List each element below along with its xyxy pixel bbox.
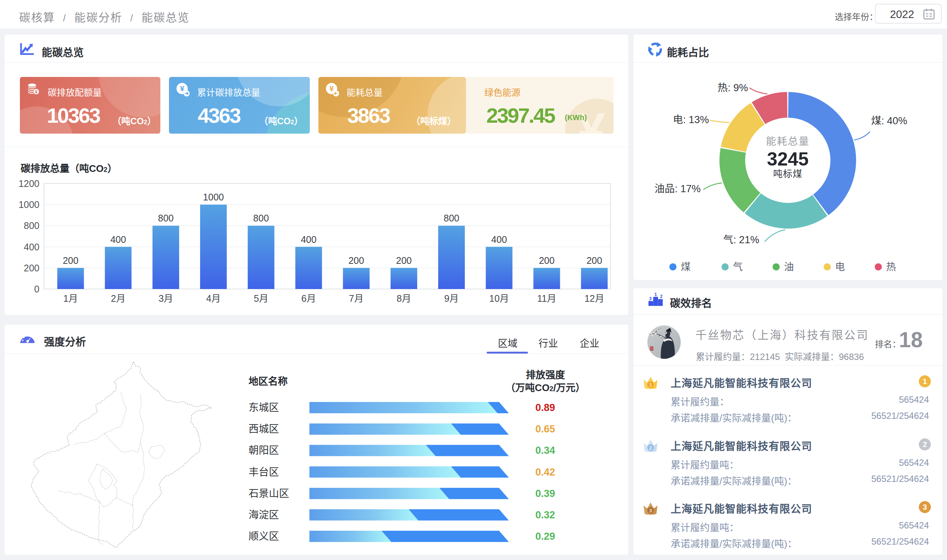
svg-text:1: 1 bbox=[649, 382, 652, 388]
svg-text:1000: 1000 bbox=[203, 192, 224, 202]
svg-text:3: 3 bbox=[649, 508, 652, 514]
svg-text:0.65: 0.65 bbox=[536, 423, 555, 435]
svg-text:电: 电 bbox=[835, 261, 845, 272]
svg-text:热: 热 bbox=[886, 261, 896, 272]
svg-text:9月: 9月 bbox=[444, 293, 459, 304]
svg-text:0.42: 0.42 bbox=[536, 466, 555, 478]
svg-text:气: 21%: 气: 21% bbox=[723, 234, 759, 245]
svg-text:200: 200 bbox=[539, 255, 554, 266]
svg-text:朝阳区: 朝阳区 bbox=[249, 445, 279, 456]
svg-text:气: 气 bbox=[733, 261, 743, 272]
svg-text:油: 油 bbox=[784, 261, 794, 272]
svg-text:1: 1 bbox=[654, 292, 657, 297]
svg-text:吨标煤: 吨标煤 bbox=[773, 169, 802, 179]
svg-text:1000: 1000 bbox=[18, 199, 39, 210]
svg-text:煤: 40%: 煤: 40% bbox=[871, 115, 907, 126]
svg-text:0.89: 0.89 bbox=[536, 402, 555, 413]
svg-text:印: 印 bbox=[650, 347, 653, 350]
svg-text:电: 13%: 电: 13% bbox=[673, 114, 709, 125]
svg-text:200: 200 bbox=[396, 255, 412, 266]
svg-text:0.39: 0.39 bbox=[536, 488, 555, 499]
svg-text:热: 9%: 热: 9% bbox=[718, 82, 748, 94]
svg-text:11月: 11月 bbox=[537, 293, 556, 304]
svg-text:2: 2 bbox=[649, 445, 652, 451]
svg-text:3: 3 bbox=[649, 296, 652, 302]
svg-text:400: 400 bbox=[110, 234, 126, 245]
svg-text:煤: 煤 bbox=[681, 261, 691, 272]
svg-text:0: 0 bbox=[34, 284, 39, 294]
svg-text:0.32: 0.32 bbox=[536, 509, 555, 521]
svg-text:7月: 7月 bbox=[349, 293, 363, 304]
svg-text:0.29: 0.29 bbox=[536, 531, 555, 542]
svg-text:800: 800 bbox=[444, 213, 460, 223]
svg-text:8月: 8月 bbox=[397, 293, 411, 304]
svg-text:¥: ¥ bbox=[329, 84, 334, 93]
svg-text:顺义区: 顺义区 bbox=[249, 531, 279, 542]
svg-text:能耗总量: 能耗总量 bbox=[766, 136, 810, 147]
svg-text:12月: 12月 bbox=[584, 293, 604, 304]
svg-text:400: 400 bbox=[491, 234, 507, 245]
svg-text:200: 200 bbox=[587, 255, 602, 266]
svg-text:1200: 1200 bbox=[18, 178, 39, 189]
svg-text:800: 800 bbox=[24, 220, 39, 231]
svg-text:800: 800 bbox=[253, 213, 269, 223]
svg-text:海淀区: 海淀区 bbox=[249, 509, 279, 521]
svg-text:800: 800 bbox=[158, 213, 174, 223]
svg-text:东城区: 东城区 bbox=[249, 402, 279, 413]
svg-text:3245: 3245 bbox=[767, 149, 808, 170]
svg-text:6月: 6月 bbox=[302, 293, 316, 304]
svg-text:200: 200 bbox=[24, 263, 39, 273]
svg-text:石景山区: 石景山区 bbox=[249, 488, 289, 499]
svg-text:¥: ¥ bbox=[180, 84, 184, 93]
svg-text:¥: ¥ bbox=[35, 89, 37, 95]
svg-text:5月: 5月 bbox=[254, 293, 268, 304]
svg-text:2: 2 bbox=[660, 294, 663, 299]
svg-text:200: 200 bbox=[348, 255, 364, 266]
svg-text:油品: 17%: 油品: 17% bbox=[654, 183, 701, 194]
svg-text:10月: 10月 bbox=[489, 293, 509, 304]
svg-text:2月: 2月 bbox=[111, 293, 125, 304]
svg-text:西城区: 西城区 bbox=[249, 423, 279, 435]
svg-text:400: 400 bbox=[301, 234, 317, 245]
svg-text:200: 200 bbox=[63, 255, 79, 266]
svg-text:4月: 4月 bbox=[206, 293, 221, 304]
svg-text:400: 400 bbox=[24, 242, 39, 252]
svg-text:1月: 1月 bbox=[63, 293, 78, 304]
svg-text:丰台区: 丰台区 bbox=[249, 466, 279, 478]
svg-text:0.34: 0.34 bbox=[536, 445, 555, 456]
svg-text:3月: 3月 bbox=[159, 293, 173, 304]
